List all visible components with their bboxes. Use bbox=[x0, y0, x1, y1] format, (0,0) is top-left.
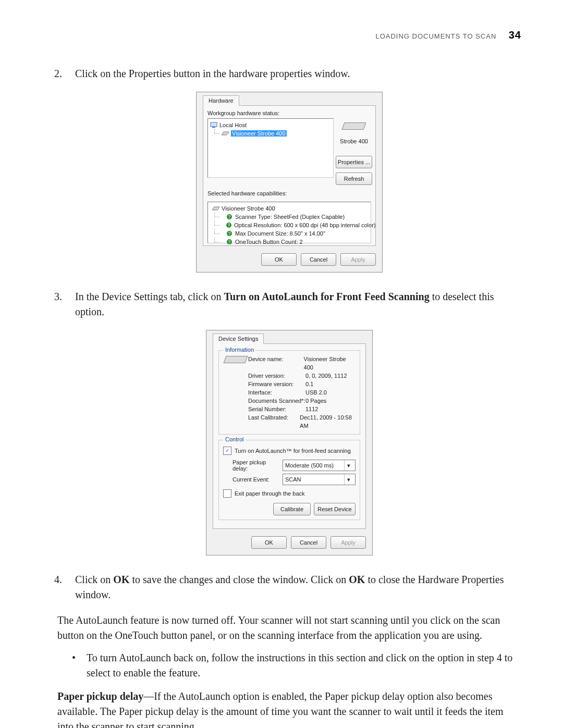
page-header: LOADING DOCUMENTS TO SCAN 34 bbox=[57, 29, 521, 41]
caps-tree[interactable]: Visioneer Strobe 400 ? Scanner Type: She… bbox=[207, 202, 371, 243]
caps-root[interactable]: Visioneer Strobe 400 bbox=[210, 204, 369, 213]
body-paragraph: Paper pickup delay—If the AutoLaunch opt… bbox=[57, 689, 521, 728]
tree-child[interactable]: Visioneer Strobe 400 bbox=[210, 129, 331, 138]
step-number: 3. bbox=[54, 289, 75, 319]
scanner-icon bbox=[222, 130, 229, 137]
body-paragraph: The AutoLaunch feature is now turned off… bbox=[57, 613, 521, 643]
refresh-button[interactable]: Refresh bbox=[336, 172, 372, 185]
caps-item: ? Scanner Type: SheetFed (Duplex Capable… bbox=[210, 213, 369, 221]
tree-root[interactable]: Local Host bbox=[210, 121, 331, 129]
current-event-value: SCAN bbox=[285, 476, 301, 483]
hardware-dialog: Hardware Workgroup hardware status: Loca… bbox=[196, 92, 383, 273]
device-thumbnail bbox=[339, 118, 369, 134]
tab-hardware[interactable]: Hardware bbox=[203, 95, 239, 106]
chevron-down-icon: ▾ bbox=[344, 460, 353, 471]
bullet-text: To turn AutoLaunch back on, follow the i… bbox=[87, 650, 521, 681]
control-group: Control ✓ Turn on AutoLaunch™ for front-… bbox=[218, 440, 360, 520]
exit-back-checkbox[interactable] bbox=[223, 489, 231, 498]
group-legend: Information bbox=[223, 347, 256, 353]
cancel-button[interactable]: Cancel bbox=[301, 253, 336, 266]
apply-button[interactable]: Apply bbox=[340, 253, 376, 266]
cancel-button[interactable]: Cancel bbox=[291, 536, 326, 549]
properties-button[interactable]: Properties ... bbox=[336, 156, 372, 168]
current-event-combo[interactable]: SCAN ▾ bbox=[283, 474, 356, 485]
tree-child-label: Visioneer Strobe 400 bbox=[231, 130, 287, 137]
svg-text:?: ? bbox=[228, 214, 230, 219]
paper-delay-value: Moderate (500 ms) bbox=[285, 462, 334, 468]
autolaunch-label: Turn on AutoLaunch™ for front-feed scann… bbox=[235, 448, 351, 454]
section-title: LOADING DOCUMENTS TO SCAN bbox=[375, 32, 496, 40]
caps-label: Selected hardware capabilities: bbox=[207, 190, 371, 196]
step-text: Click on OK to save the changes and clos… bbox=[75, 572, 521, 602]
svg-marker-2 bbox=[222, 132, 229, 135]
caps-item: ? Max Document Size: 8.50" x 14.00" bbox=[210, 229, 369, 238]
info-icon: ? bbox=[226, 214, 233, 220]
svg-marker-3 bbox=[212, 207, 219, 210]
device-image bbox=[223, 355, 248, 430]
step-number: 2. bbox=[54, 66, 75, 81]
svg-text:?: ? bbox=[228, 231, 230, 236]
svg-text:?: ? bbox=[228, 239, 230, 244]
step-3: 3. In the Device Settings tab, click on … bbox=[54, 289, 521, 319]
calibrate-button[interactable]: Calibrate bbox=[273, 503, 311, 515]
bullet-item: • To turn AutoLaunch back on, follow the… bbox=[72, 650, 521, 681]
step-text: Click on the Properties button in the ha… bbox=[75, 66, 521, 81]
group-legend: Control bbox=[223, 436, 246, 442]
caps-root-label: Visioneer Strobe 400 bbox=[222, 205, 275, 212]
ok-button[interactable]: OK bbox=[251, 536, 287, 549]
step-4: 4. Click on OK to save the changes and c… bbox=[54, 572, 521, 602]
autolaunch-checkbox[interactable]: ✓ bbox=[223, 447, 231, 455]
svg-rect-1 bbox=[212, 127, 215, 128]
info-icon: ? bbox=[226, 222, 232, 228]
step-text: In the Device Settings tab, click on Tur… bbox=[75, 289, 521, 319]
ok-button[interactable]: OK bbox=[261, 253, 297, 266]
svg-text:?: ? bbox=[227, 223, 230, 228]
bullet-marker: • bbox=[72, 650, 87, 681]
step-number: 4. bbox=[54, 572, 75, 602]
reset-device-button[interactable]: Reset Device bbox=[314, 503, 356, 515]
chevron-down-icon: ▾ bbox=[344, 474, 353, 485]
exit-back-label: Exit paper through the back bbox=[235, 490, 305, 497]
tree-root-label: Local Host bbox=[219, 122, 247, 128]
information-group: Information Device name:Visioneer Strobe… bbox=[218, 350, 360, 435]
svg-rect-0 bbox=[211, 122, 217, 127]
hardware-tree[interactable]: Local Host Visioneer Strobe 400 bbox=[207, 118, 334, 178]
step-2: 2. Click on the Properties button in the… bbox=[54, 66, 521, 81]
info-icon: ? bbox=[226, 239, 233, 245]
info-icon: ? bbox=[226, 230, 233, 237]
host-icon bbox=[210, 122, 217, 128]
caps-item: ? OneTouch Button Count: 2 bbox=[210, 238, 369, 246]
caps-item: ? Optical Resolution: 600 x 600 dpi (48 … bbox=[210, 221, 369, 229]
hardware-status-label: Workgroup hardware status: bbox=[207, 110, 371, 116]
current-event-label: Current Event: bbox=[232, 476, 283, 483]
apply-button[interactable]: Apply bbox=[331, 536, 366, 549]
scanner-icon bbox=[212, 205, 219, 212]
device-settings-dialog: Device Settings Information Device name:… bbox=[206, 330, 373, 556]
device-thumb-caption: Strobe 400 bbox=[340, 138, 368, 144]
page-number: 34 bbox=[509, 29, 521, 41]
paper-delay-combo[interactable]: Moderate (500 ms) ▾ bbox=[283, 460, 356, 471]
paper-delay-label: Paper pickup delay: bbox=[232, 459, 283, 472]
tab-device-settings[interactable]: Device Settings bbox=[213, 334, 264, 344]
